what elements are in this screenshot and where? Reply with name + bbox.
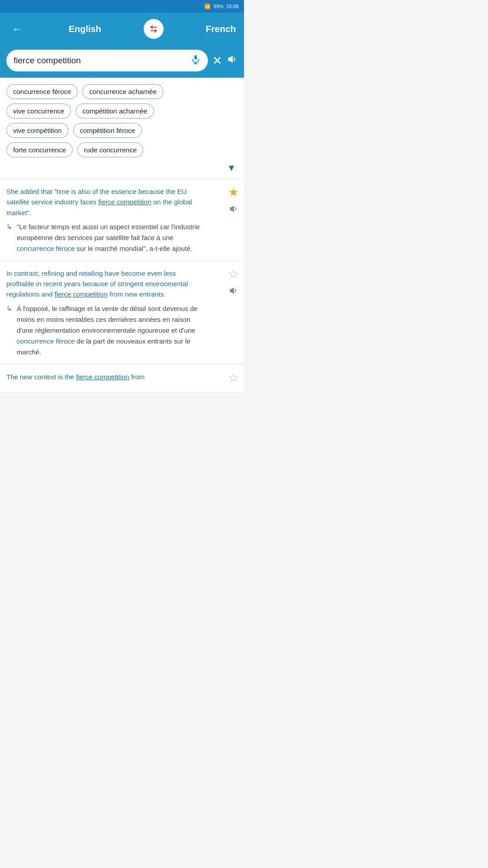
result-item: ☆ In contrast, refining and retailing ha…	[0, 261, 244, 364]
header: ← English French	[0, 13, 244, 45]
search-input-wrapper	[6, 50, 208, 71]
result-english-text: In contrast, refining and retailing have…	[6, 268, 201, 300]
tts-button-result[interactable]	[229, 204, 239, 217]
result-french-text: À l'opposé, le raffinage et la vente de …	[17, 303, 205, 358]
suggestion-tag[interactable]: rude concurrence	[77, 142, 144, 157]
highlight-phrase: fierce competition	[98, 198, 151, 206]
suggestion-tag[interactable]: forte concurrence	[6, 142, 73, 157]
result-actions: ☆	[228, 371, 239, 385]
favorite-button[interactable]: ★	[228, 185, 239, 199]
result-french-block: ↳ "Le facteur temps est aussi un aspect …	[6, 222, 205, 254]
suggestion-tag[interactable]: concurrence acharnée	[82, 84, 163, 99]
fr-highlight-phrase: concurrence féroce	[17, 245, 75, 252]
suggestion-tag[interactable]: concurrence féroce	[6, 84, 78, 99]
search-input[interactable]	[14, 56, 191, 66]
mic-icon[interactable]	[191, 54, 201, 67]
status-bar: 📶 99% 18:08	[0, 0, 244, 13]
result-french-text: "Le facteur temps est aussi un aspect es…	[17, 222, 205, 254]
expand-suggestions-button[interactable]: ▼	[227, 163, 236, 173]
result-actions: ☆	[228, 267, 239, 298]
suggestions-footer: ▼	[6, 162, 238, 175]
svg-point-0	[147, 23, 160, 35]
suggestions-row-3: vive compétition compétition féroce	[6, 123, 238, 138]
result-item: ☆ The new context is the fierce competit…	[0, 364, 244, 392]
result-actions: ★	[228, 185, 239, 217]
svg-marker-5	[230, 206, 234, 212]
swap-language-button[interactable]	[144, 19, 164, 39]
wifi-icon: 📶	[204, 4, 211, 9]
source-language: English	[69, 24, 101, 34]
favorite-button[interactable]: ☆	[228, 371, 239, 385]
result-item: ★ She added that "time is also of the es…	[0, 179, 244, 261]
target-language: French	[206, 24, 236, 34]
suggestion-tag[interactable]: compétition féroce	[73, 123, 142, 138]
clear-search-button[interactable]: ✕	[212, 54, 222, 68]
battery-text: 99%	[213, 4, 223, 9]
result-french-block: ↳ À l'opposé, le raffinage et la vente d…	[6, 303, 205, 358]
swap-icon	[147, 23, 160, 35]
highlight-phrase: fierce competition	[55, 290, 108, 298]
time-text: 18:08	[226, 4, 239, 9]
tts-button-header[interactable]	[227, 54, 238, 67]
arrow-icon: ↳	[6, 222, 12, 231]
search-bar: ✕	[0, 45, 244, 78]
suggestions-row-2: vive concurrence compétition acharnée	[6, 104, 238, 118]
results-list: ★ She added that "time is also of the es…	[0, 179, 244, 392]
svg-marker-4	[228, 56, 233, 63]
highlight-phrase: fierce competition	[76, 373, 129, 381]
back-button[interactable]: ←	[8, 21, 26, 37]
suggestions-panel: concurrence féroce concurrence acharnée …	[0, 78, 244, 179]
fr-highlight-phrase: concurrence féroce	[17, 337, 75, 345]
result-english-text: She added that "time is also of the esse…	[6, 186, 201, 218]
suggestion-tag[interactable]: compétition acharnée	[75, 104, 154, 118]
arrow-icon: ↳	[6, 304, 12, 313]
suggestions-row-1: concurrence féroce concurrence acharnée	[6, 84, 238, 99]
tts-button-result[interactable]	[229, 286, 239, 298]
suggestions-row-4: forte concurrence rude concurrence	[6, 142, 238, 157]
favorite-button[interactable]: ☆	[228, 267, 239, 281]
result-english-text: The new context is the fierce competitio…	[6, 372, 201, 382]
svg-rect-1	[194, 55, 197, 60]
suggestion-tag[interactable]: vive compétition	[6, 123, 69, 138]
svg-marker-6	[230, 287, 234, 294]
suggestion-tag[interactable]: vive concurrence	[6, 104, 71, 118]
